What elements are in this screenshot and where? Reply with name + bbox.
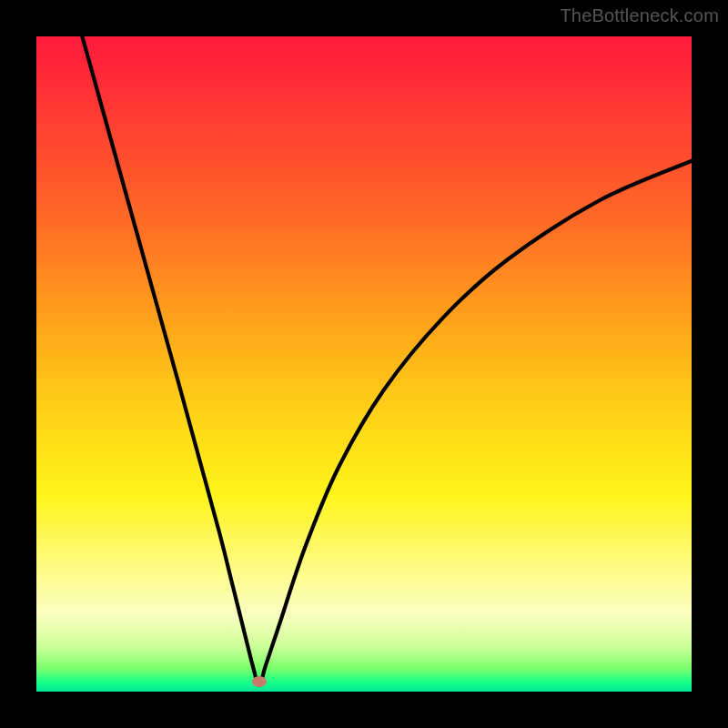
- min-point-marker: [252, 676, 267, 687]
- curve-path: [82, 36, 692, 685]
- chart-plot-area: [36, 36, 692, 692]
- curve-svg: [36, 36, 692, 692]
- watermark-text: TheBottleneck.com: [560, 5, 719, 26]
